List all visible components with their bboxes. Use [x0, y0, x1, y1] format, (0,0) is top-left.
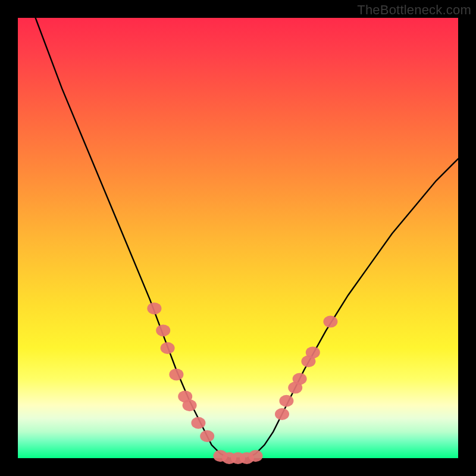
- marker-dot: [306, 346, 320, 358]
- chart-frame: TheBottleneck.com: [0, 0, 476, 476]
- marker-dot: [183, 399, 197, 411]
- marker-dot: [169, 368, 183, 380]
- curve-svg: [18, 18, 458, 458]
- highlight-markers: [147, 302, 337, 464]
- marker-dot: [200, 430, 214, 442]
- marker-dot: [249, 450, 263, 462]
- marker-dot: [323, 316, 337, 328]
- marker-dot: [279, 395, 293, 407]
- watermark-text: TheBottleneck.com: [357, 2, 471, 18]
- marker-dot: [293, 373, 307, 385]
- marker-dot: [147, 302, 161, 314]
- marker-dot: [156, 324, 170, 336]
- marker-dot: [275, 408, 289, 420]
- marker-dot: [161, 342, 175, 354]
- plot-area: [18, 18, 458, 458]
- bottleneck-curve: [36, 18, 458, 458]
- marker-dot: [191, 417, 205, 429]
